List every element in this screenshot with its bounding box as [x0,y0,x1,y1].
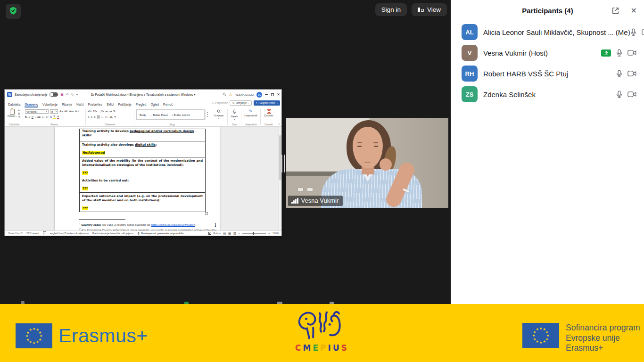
web-layout-icon[interactable]: ▥ [233,232,236,235]
text-effects-icon[interactable]: A [50,115,52,118]
security-shield-button[interactable] [6,4,21,19]
close-panel-icon[interactable]: ✕ [631,6,637,15]
zoom-slider-knob[interactable] [253,232,254,235]
print-layout-icon[interactable]: ▦ [228,232,231,235]
ribbon-collapse-icon[interactable]: ▾ [278,123,280,125]
font-size-combobox[interactable]: 8▾ [50,109,58,114]
video-tile-vesna-vukmir[interactable]: Vesna Vukmir [286,118,448,208]
zoom-in-button[interactable]: + [268,232,270,235]
strikethrough-icon[interactable]: ab [37,115,41,118]
document-canvas[interactable]: Training activity to develop pedagogical… [5,127,281,230]
tab-sklici[interactable]: Sklici [107,103,114,107]
font-name-combobox[interactable]: Verdana▾ [25,109,49,114]
tab-nacrt[interactable]: Načrt [76,103,84,107]
participant-row[interactable]: RH Robert HARB VSŠ ŠC Ptuj [451,63,644,84]
pilcrow-icon[interactable]: ¶ [115,115,116,118]
mic-icon[interactable] [616,70,622,78]
editing-mode-button[interactable]: ✎Urejanje▾ [230,100,251,106]
format-painter-icon[interactable]: ✎ [18,115,20,118]
line-spacing-icon[interactable]: ↕▾ [101,115,104,118]
multilevel-list-icon[interactable]: ⋮≡▾ [99,110,104,113]
save-icon[interactable]: ▣ [60,93,64,96]
table-row[interactable]: Training activity also develops digital … [80,141,205,157]
change-case-icon[interactable]: Aa▾ [69,110,74,113]
table-row[interactable]: Added value of the mobility (in the cont… [80,157,205,177]
shrink-font-icon[interactable]: A▾ [64,110,67,113]
autosave-toggle[interactable] [50,92,58,97]
participant-row[interactable]: AL Alicia Leonor Sauli Miklavčič, Skupno… [451,22,644,42]
table-row[interactable]: Training activity to develop pedagogical… [80,129,205,141]
styles-gallery-spinner[interactable]: ▴▾▾ [206,109,208,120]
align-left-icon[interactable]: ≡ [88,115,90,118]
style-bullet-point[interactable]: – Bullet Point [150,113,168,116]
shading-icon[interactable]: ◇▾ [105,115,108,118]
style-body[interactable]: Body [140,113,146,116]
tab-postavitev[interactable]: Postavitev [88,103,102,107]
text-prediction-indicator[interactable]: Predvidevanje besedila: vklopljeno [92,232,133,235]
tab-pomoc[interactable]: Pomoč [163,103,173,107]
document-scrollbar[interactable] [278,127,281,230]
mic-icon[interactable] [630,28,636,36]
font-color-icon[interactable]: A [57,115,59,119]
read-mode-icon[interactable]: ▤ [223,232,226,235]
editing-button[interactable]: Urejanje▾ [212,109,225,120]
panel-resize-handle[interactable] [281,155,285,173]
close-icon[interactable]: ✕ [277,93,280,97]
footnote-link[interactable]: https://www.iso.org/obp/ui/#search [151,223,195,226]
language-indicator[interactable]: angleščina (Združeno kraljestvo) [50,232,89,235]
accessibility-indicator[interactable]: Dostopnost: preverite priporočila [137,232,183,235]
zoom-slider[interactable] [242,233,266,234]
mic-icon[interactable] [616,90,622,99]
subscript-icon[interactable]: x₂ [42,115,45,118]
warning-icon[interactable]: ⚠ [229,93,232,97]
table-row[interactable]: Expected outcomes and impact (e.g. on th… [80,192,205,212]
borders-icon[interactable]: ⊞▾ [109,115,113,118]
sign-in-button[interactable]: Sign in [375,3,407,16]
zoom-out-button[interactable]: − [239,232,240,235]
tab-datoteka[interactable]: Datoteka [8,103,20,107]
tab-pregled[interactable]: Pregled [136,103,147,107]
outdent-icon[interactable]: ⇤ [106,110,108,113]
participant-row[interactable]: V Vesna Vukmir (Host) [451,42,644,63]
editor-button[interactable]: ✎ Urejevalnik [243,109,258,117]
tab-vstavljanje[interactable]: Vstavljanje [42,103,58,107]
sort-icon[interactable]: ⇅ [113,110,116,113]
word-count[interactable]: 222 besed [26,232,39,235]
superscript-icon[interactable]: x² [46,115,48,118]
dictate-button[interactable]: Narek▾ [230,109,239,121]
view-button[interactable]: View [412,3,447,16]
account-avatar[interactable]: VC [256,92,262,98]
underline-icon[interactable]: P [32,115,33,118]
zoom-percentage[interactable]: 100% [272,232,279,235]
camera-icon[interactable] [627,49,636,56]
addins-button[interactable]: Dodatki [263,109,275,117]
align-right-icon[interactable]: ≡ [94,115,96,118]
bullets-icon[interactable]: •≡▾ [88,110,91,113]
italic-icon[interactable]: L [28,115,30,118]
camera-icon[interactable] [627,70,636,77]
share-button[interactable]: ⤴Skupna raba▾ [254,100,280,106]
camera-icon[interactable] [642,29,644,35]
justify-icon[interactable]: ≡ [97,115,100,119]
participant-row[interactable]: ZS Zdenka Selinšek [451,84,644,105]
align-center-icon[interactable]: ≡ [91,115,93,118]
bold-icon[interactable]: K [25,115,27,118]
style-bullet-point1[interactable]: • Bullet point1 [172,113,190,116]
tab-osnovno[interactable]: Osnovno [25,103,38,107]
styles-gallery[interactable]: Body – Bullet Point • Bullet point1 [136,109,205,120]
pop-out-icon[interactable] [611,7,619,16]
clear-format-icon[interactable]: A✧ [75,110,79,113]
focus-mode-button[interactable]: Fokus [214,232,221,235]
grow-font-icon[interactable]: A▴ [59,110,63,113]
table-row[interactable]: Activities to be carried out: ??? [80,177,205,192]
restore-icon[interactable] [271,93,274,96]
comments-button[interactable]: 🗩 Pripombe [211,101,228,105]
numbering-icon[interactable]: 1≡▾ [93,110,97,113]
table-resize-handle[interactable] [205,212,208,215]
paste-button[interactable]: Prilepi ▾ [8,109,17,119]
minimize-icon[interactable] [265,94,268,95]
indent-icon[interactable]: ⇥ [109,110,112,113]
proofing-icon[interactable]: ✓ [43,231,46,235]
document-page[interactable]: Training activity to develop pedagogical… [55,127,220,230]
page-indicator[interactable]: Stran 2 od 2 [8,232,23,235]
